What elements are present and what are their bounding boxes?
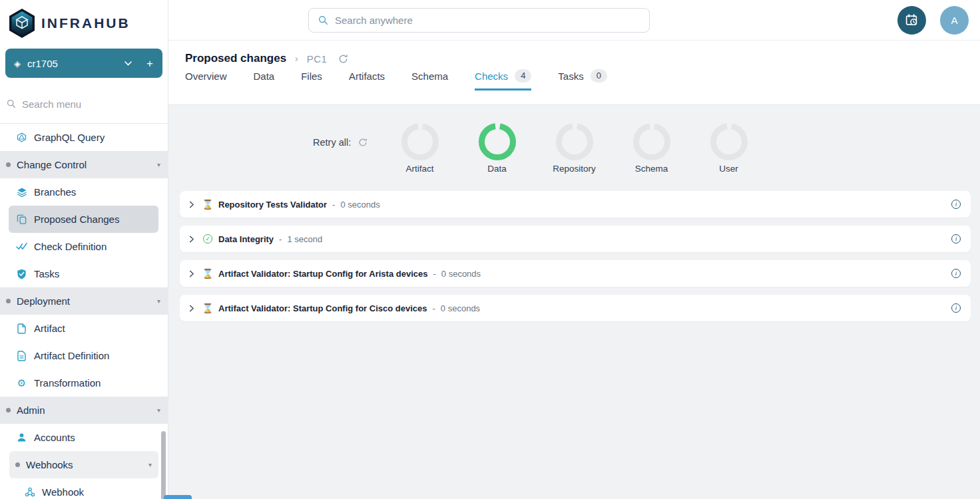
sidebar-scrollbar[interactable] [161,431,166,499]
menu-search[interactable] [7,94,161,113]
sidebar-item-label: Transformation [34,377,101,389]
add-branch-button[interactable]: + [146,58,153,69]
hourglass-icon: ⌛ [202,303,213,313]
info-icon[interactable]: i [951,269,961,278]
tab-tasks[interactable]: Tasks 0 [558,62,607,90]
checks-summary: Retry all: Artifact Data Repository [168,105,980,174]
validator-row[interactable]: ⌛ Artifact Validator: Startup Config for… [180,295,971,321]
webhook-icon [24,486,35,498]
sidebar-item-tasks[interactable]: Tasks [0,260,168,287]
bullet-icon [6,299,11,303]
caret-down-icon: ▾ [157,161,160,168]
main-area: A Proposed changes › PC1 Overview Data F… [168,0,980,499]
tab-label: Files [301,71,322,82]
menu-search-input[interactable] [22,98,142,110]
sidebar-item-label: Branches [34,186,76,198]
check-circle-icon: ✓ [203,234,212,244]
validator-duration: 1 second [287,234,322,244]
file-icon [16,323,27,334]
refresh-icon[interactable] [338,54,348,64]
sidebar-item-webhook[interactable]: Webhook [0,478,168,499]
sidebar-item-transformation[interactable]: ⚙ Transformation [0,369,168,397]
global-search[interactable] [308,8,650,33]
sidebar-item-graphql-query[interactable]: GraphQL Query [0,124,168,151]
ring-schema[interactable]: Schema [613,123,690,174]
info-icon[interactable]: i [951,200,961,209]
sidebar-item-label: Webhook [42,486,84,498]
sidebar-section-admin[interactable]: Admin ▾ [0,397,168,424]
ring-artifact[interactable]: Artifact [381,123,459,174]
breadcrumb: Proposed changes › PC1 [185,41,980,62]
sidebar-item-label: Check Definition [34,241,107,252]
branch-selector[interactable]: ◈ cr1705 + [5,49,162,78]
graphql-icon [16,132,27,143]
hourglass-icon: ⌛ [202,269,213,278]
tab-data[interactable]: Data [254,62,275,90]
sidebar-subsection-webhooks[interactable]: Webhooks ▾ [9,451,158,478]
layers-icon [16,186,27,198]
schedule-button[interactable] [897,6,926,35]
ring-data[interactable]: Data [459,123,536,174]
brand-name: INFRAHUB [41,15,130,31]
sidebar-section-label: Deployment [17,295,70,307]
ring-label: User [719,164,738,174]
chevron-right-icon[interactable] [188,201,195,208]
ring-repository[interactable]: Repository [536,123,613,174]
sidebar-item-label: Artifact [34,323,65,334]
info-icon[interactable]: i [951,234,961,244]
sidebar-section-deployment[interactable]: Deployment ▾ [0,287,168,315]
sidebar-section-label: Admin [17,405,45,416]
tab-bar: Overview Data Files Artifacts Schema Che… [185,62,980,90]
avatar-initial: A [951,15,957,26]
bullet-icon [6,162,11,167]
tab-checks[interactable]: Checks 4 [475,62,531,90]
validator-row[interactable]: ⌛ Artifact Validator: Startup Config for… [180,260,971,287]
validator-row[interactable]: ⌛ Repository Tests Validator - 0 seconds… [180,191,971,218]
separator: - [332,200,335,210]
ring-label: Artifact [405,164,433,174]
info-icon[interactable]: i [951,303,961,313]
global-search-input[interactable] [335,15,614,26]
sidebar-item-accounts[interactable]: Accounts [0,424,168,451]
sidebar-item-artifact-definition[interactable]: Artifact Definition [0,342,168,369]
sidebar-item-branches[interactable]: Branches [0,178,168,206]
sidebar-item-artifact[interactable]: Artifact [0,315,168,342]
retry-all-label: Retry all: [313,137,351,148]
avatar[interactable]: A [940,6,969,35]
floating-widget[interactable] [164,495,192,499]
app-logo[interactable]: INFRAHUB [0,0,168,41]
calendar-clock-icon [905,13,919,27]
double-check-icon [16,241,27,252]
sidebar: INFRAHUB ◈ cr1705 + GraphQL Query Change… [0,0,168,499]
file-lines-icon [16,350,27,361]
branch-diamond-icon: ◈ [14,59,21,69]
validator-row[interactable]: ✓ Data Integrity - 1 second i [180,226,971,252]
tab-label: Overview [185,71,227,82]
breadcrumb-separator-icon: › [295,53,298,64]
ring-user[interactable]: User [690,123,768,174]
tab-overview[interactable]: Overview [185,62,227,90]
tab-label: Tasks [558,71,583,82]
sidebar-item-label: Accounts [34,432,75,443]
validator-title: Data Integrity [218,234,274,244]
chevron-right-icon[interactable] [188,236,195,243]
validator-title: Repository Tests Validator [218,200,327,210]
tab-artifacts[interactable]: Artifacts [349,62,385,90]
tab-badge: 4 [515,69,531,83]
tab-schema[interactable]: Schema [411,62,448,90]
chevron-right-icon[interactable] [188,270,195,277]
ring-label: Data [487,164,507,174]
copy-document-icon [16,214,27,225]
search-icon [7,99,16,108]
tab-files[interactable]: Files [301,62,322,90]
shield-check-icon [16,268,27,279]
sidebar-item-check-definition[interactable]: Check Definition [0,233,168,260]
chevron-down-icon[interactable] [124,61,132,66]
tab-label: Schema [411,71,448,82]
validator-duration: 0 seconds [441,303,480,313]
sidebar-section-change-control[interactable]: Change Control ▾ [0,151,168,178]
tab-label: Artifacts [349,71,385,82]
chevron-right-icon[interactable] [188,305,195,312]
refresh-icon[interactable] [358,138,368,147]
sidebar-item-proposed-changes[interactable]: Proposed Changes [9,206,158,233]
